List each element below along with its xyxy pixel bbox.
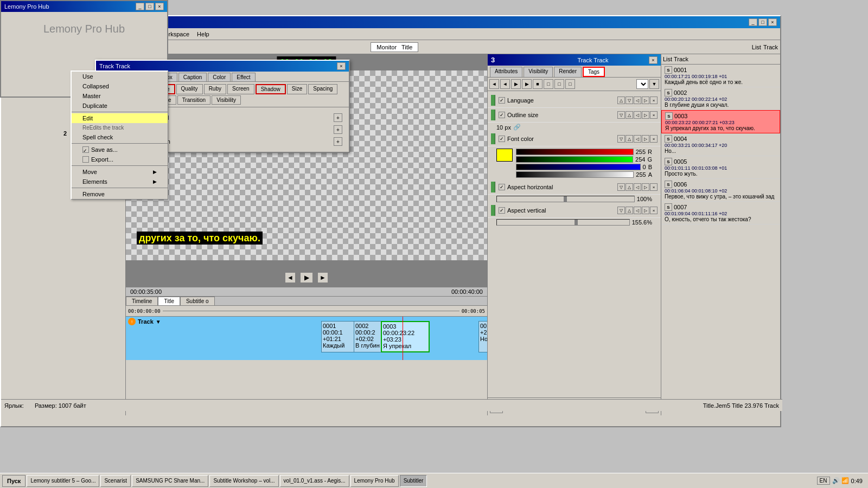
dsubtab-ruby[interactable]: Ruby [204,84,226,94]
tags-dialog-close[interactable]: × [337,62,346,70]
ctx-use[interactable]: Use [72,72,168,81]
tb-scenarist[interactable]: Scenarist [100,475,131,487]
a-slider[interactable] [516,171,634,178]
et-btn-5[interactable]: ■ [533,79,542,89]
dsubtab-size[interactable]: Size [287,84,307,94]
b-slider[interactable] [516,164,641,170]
outline-arr-3[interactable]: ◁ [634,111,641,119]
dtab-caption[interactable]: Caption [178,73,207,81]
aspth-arr-4[interactable]: ▷ [642,183,649,191]
etab-visibility[interactable]: Visibility [524,67,553,77]
outline-arr-1[interactable]: ▽ [617,111,625,119]
etab-tags[interactable]: Tags [583,67,605,77]
et-btn-3[interactable]: ▶ [511,79,521,89]
outline-checkbox[interactable] [499,112,505,118]
tb-lph[interactable]: Lemony Pro Hub [350,475,399,487]
ctx-edit[interactable]: Edit [72,113,168,123]
et-btn-2[interactable]: ◄ [500,79,510,89]
sl-item-0005[interactable]: S 0005 00:01:01:11 00:01:03:08 +01 Прост… [661,156,780,179]
dsubtab-quality[interactable]: Quality [176,84,203,94]
lang-arr-1[interactable]: △ [617,97,625,104]
ctx-save[interactable]: Save as... [72,145,168,155]
ctx-export[interactable]: Export... [72,155,168,164]
tb-lemony[interactable]: Lemony subtitler 5 – Goo... [27,475,99,487]
tag-add-1[interactable]: + [334,113,342,122]
asptv-arr-2[interactable]: △ [626,207,633,214]
et-menu-btn[interactable]: ▼ [649,79,659,89]
next-btn[interactable]: ► [317,272,328,283]
lang-arr-5[interactable]: × [650,97,658,104]
sl-item-0003[interactable]: S 0003 00:00:23:22 00:00:27:21 +03:23 Я … [661,110,780,133]
aspth-checkbox[interactable] [499,184,505,190]
asptv-arr-3[interactable]: ◁ [634,207,641,214]
et-btn-1[interactable]: ◄ [489,79,499,89]
asptv-arr-4[interactable]: ▷ [642,207,649,214]
ctx-collapsed[interactable]: Collapsed [72,81,168,91]
menu-help[interactable]: Help [194,30,213,38]
monitor-tab[interactable]: Monitor Title [371,42,418,52]
dsubtab-shadow[interactable]: Shadow [256,84,286,94]
lph-close[interactable]: × [155,3,164,10]
aspth-slider[interactable] [496,196,635,202]
dsubtab-spacing[interactable]: Spacing [308,84,337,94]
lph-minimize[interactable]: _ [136,3,144,10]
ctx-elements[interactable]: Elements [72,177,168,187]
ctx-move[interactable]: Move [72,167,168,177]
et-btn-7[interactable]: □ [554,79,564,89]
tag-add-3[interactable]: + [334,137,342,146]
dtab-color[interactable]: Color [208,73,231,81]
title-tab[interactable]: Title [158,297,180,305]
fontcolor-arr-5[interactable]: × [650,135,658,143]
ctx-duplicate[interactable]: Duplicate [72,101,168,111]
fontcolor-arr-1[interactable]: ▽ [617,135,625,143]
g-slider[interactable] [516,156,633,163]
asptv-arr-5[interactable]: × [650,207,658,214]
outline-arr-5[interactable]: × [650,111,658,119]
restore-btn[interactable]: □ [758,18,767,26]
ctx-reedits[interactable]: ReEdits the track [72,123,168,132]
play-btn[interactable]: ▶ [300,272,313,283]
tb-aegis[interactable]: vol_01.0_v1.ass - Aegis... [280,475,349,487]
sl-item-0004[interactable]: S 0004 00:00:33:21 00:00:34:17 +20 Но... [661,133,780,156]
ctx-remove[interactable]: Remove [72,189,168,199]
aspth-arr-5[interactable]: × [650,183,658,191]
asptv-slider[interactable] [496,219,630,226]
etab-render[interactable]: Render [554,67,582,77]
et-btn-6[interactable]: □ [544,79,553,89]
ctx-master[interactable]: Master [72,91,168,101]
lang-checkbox[interactable] [499,97,505,104]
track-expand-icon[interactable]: ▼ [156,319,161,325]
tb-samsung[interactable]: SAMSUNG PC Share Man... [132,475,208,487]
sl-item-0002[interactable]: S 0002 00:00:20:12 00:00:22:14 +02 В глу… [661,87,780,110]
aspth-arr-1[interactable]: ▽ [617,183,625,191]
editor-close[interactable]: × [649,56,658,64]
sl-item-0006[interactable]: S 0006 00:01:06:04 00:01:08:10 +02 Перво… [661,179,780,202]
dsubtab-visibility[interactable]: Visibility [212,95,241,105]
asptv-checkbox[interactable] [499,207,505,214]
timeline-tab[interactable]: Timeline [126,297,158,305]
tb-subtitler[interactable]: Subtitler [400,475,427,487]
fontcolor-checkbox[interactable] [499,136,505,142]
dtab-effect[interactable]: Effect [232,73,255,81]
clip-00xx[interactable]: 00 +2Но [478,321,487,352]
et-select[interactable] [636,79,648,89]
outline-arr-2[interactable]: △ [626,111,633,119]
et-btn-4[interactable]: ▶ [522,79,532,89]
start-button[interactable]: Пуск [2,475,25,487]
tb-sw[interactable]: Subtitle Workshop – vol... [209,475,278,487]
minimize-btn[interactable]: _ [749,18,757,26]
fontcolor-arr-4[interactable]: ▷ [642,135,649,143]
fontcolor-arr-3[interactable]: ◁ [634,135,641,143]
fontcolor-arr-2[interactable]: △ [626,135,633,143]
ctx-spell[interactable]: Spell check [72,132,168,142]
lang-arr-4[interactable]: ▷ [642,97,649,104]
asptv-arr-1[interactable]: ▽ [617,207,625,214]
sl-item-0001[interactable]: S 0001 00:00:17:21 00:00:19:18 +01 Кажды… [661,65,780,87]
prev-btn[interactable]: ◄ [285,272,296,283]
lph-maximize[interactable]: □ [145,3,154,10]
et-btn-8[interactable]: □ [565,79,575,89]
dsubtab-screen[interactable]: Screen [227,84,254,94]
clip-0003[interactable]: 0003 00:00:23:22+03:23 Я упрекал других [381,321,430,352]
subtitle-tab[interactable]: Subtitle o [180,297,215,305]
dsubtab-transition[interactable]: Transition [177,95,211,105]
